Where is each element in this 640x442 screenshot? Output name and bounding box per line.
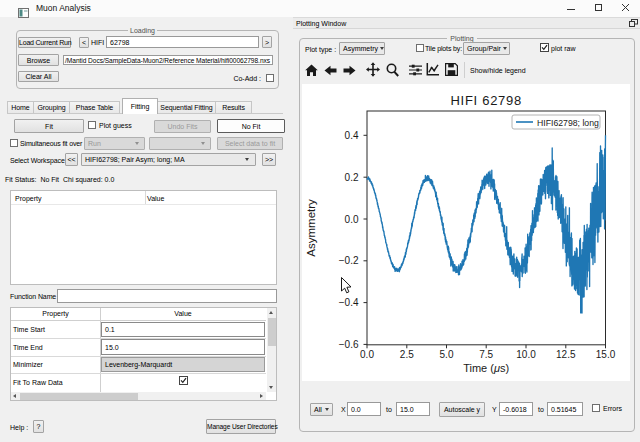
svg-text:15.0: 15.0 xyxy=(596,349,616,360)
svg-text:2.5: 2.5 xyxy=(400,349,414,360)
svg-text:−0.6: −0.6 xyxy=(339,339,359,350)
svg-text:10.0: 10.0 xyxy=(516,349,536,360)
svg-text:HIFI 62798: HIFI 62798 xyxy=(451,93,522,108)
svg-text:Time (μs): Time (μs) xyxy=(463,362,509,374)
svg-text:−0.4: −0.4 xyxy=(339,297,359,308)
svg-text:HIFI62798; long: HIFI62798; long xyxy=(537,118,599,128)
svg-text:0.2: 0.2 xyxy=(345,172,359,183)
svg-text:−0.2: −0.2 xyxy=(339,255,359,266)
svg-text:0.0: 0.0 xyxy=(360,349,374,360)
svg-text:0.4: 0.4 xyxy=(345,130,359,141)
svg-text:0.0: 0.0 xyxy=(345,214,359,225)
svg-text:7.5: 7.5 xyxy=(479,349,493,360)
svg-text:5.0: 5.0 xyxy=(440,349,454,360)
svg-text:Asymmetry: Asymmetry xyxy=(305,199,317,257)
svg-text:12.5: 12.5 xyxy=(556,349,576,360)
